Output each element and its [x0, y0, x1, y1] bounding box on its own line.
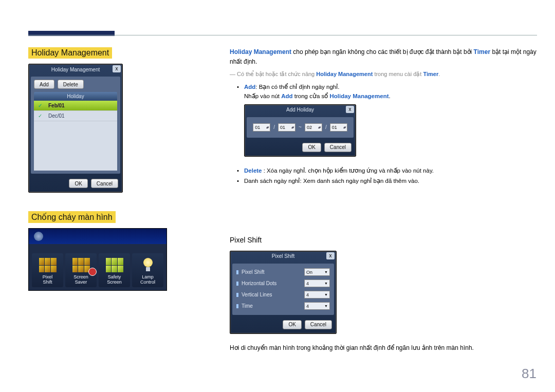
bullet-list-desc: Danh sách ngày nghỉ: Xem danh sách ngày … [244, 176, 537, 185]
dropdown-value: On [306, 269, 312, 276]
term-timer: Timer [474, 48, 490, 55]
left-column: Holiday Management Holiday Management x … [28, 47, 213, 356]
cancel-button[interactable]: Cancel [324, 143, 351, 152]
setting-label: Horizontal Dots [236, 279, 304, 288]
dialog-footer: OK Cancel [29, 176, 122, 192]
dropdown-pixel-shift[interactable]: On▼ [304, 268, 330, 276]
toolbar-icons: Pixel Shift Screen Saver Safety Screen L… [32, 253, 163, 287]
dropdown-value: 4 [306, 280, 309, 287]
bullet-delete: Delete : Xóa ngày nghỉ. chọn hộp kiểm tư… [244, 166, 537, 175]
list-row[interactable]: ✓ Dec/01 [34, 111, 117, 121]
holiday-list: ✓ Feb/01 ✓ Dec/01 [34, 101, 117, 171]
holiday-intro: Holiday Management cho phép bạn ngăn khô… [230, 47, 537, 67]
dropdown-horizontal-dots[interactable]: 4▼ [304, 279, 330, 287]
page-rule [28, 35, 537, 35]
spinner-value: 01 [332, 124, 337, 131]
term-holiday-management: Holiday Management [316, 71, 373, 77]
list-row[interactable]: ✓ Feb/01 [34, 101, 117, 111]
dialog-title: Holiday Management [51, 67, 100, 72]
text: . [389, 93, 391, 99]
menu-label: Safety Screen [100, 275, 129, 285]
dialog-title: Pixel Shift [272, 252, 294, 260]
term-holiday-management: Holiday Management [329, 93, 388, 99]
text: trong menu cài đặt [373, 71, 423, 77]
marker-icon [236, 270, 238, 274]
spinner-value: 01 [280, 124, 285, 131]
subheading-pixel-shift: Pixel Shift [230, 234, 537, 246]
clock-grid-icon [66, 255, 96, 275]
ok-button[interactable]: OK [302, 143, 321, 152]
dialog-footer: OK Cancel [230, 317, 336, 333]
pixel-shift-desc: Hơi di chuyển màn hình trong khoảng thời… [230, 343, 537, 353]
section-heading-burn: Chống cháy màn hình [28, 211, 116, 223]
holiday-date: Dec/01 [46, 113, 117, 119]
text: ― Có thể bật hoặc tắt chức năng [230, 71, 316, 77]
holiday-note: ― Có thể bật hoặc tắt chức năng Holiday … [230, 70, 537, 79]
logo-icon [34, 232, 43, 241]
setting-row-vertical-lines: Vertical Lines 4▼ [235, 289, 331, 301]
ok-button[interactable]: OK [283, 320, 301, 329]
month-end-spinner[interactable]: 02▴▾ [305, 123, 322, 132]
menu-lamp-control[interactable]: Lamp Control [132, 253, 163, 287]
slash: / [273, 123, 275, 132]
list-header: Holiday [34, 92, 117, 101]
text: trong cửa sổ [293, 93, 330, 99]
setting-row-horizontal-dots: Horizontal Dots 4▼ [235, 278, 331, 289]
spinner-arrows-icon: ▴▾ [318, 124, 320, 130]
cancel-button[interactable]: Cancel [305, 320, 332, 329]
bullet-list: Add: Bạn có thể chỉ định ngày nghỉ. Nhấp… [230, 82, 537, 101]
screenshot-add-holiday: Add Holiday x 01▴▾ / 01▴▾ ~ 02▴▾ / 01▴▾ … [244, 104, 356, 157]
cancel-button[interactable]: Cancel [91, 179, 118, 188]
bulb-icon [133, 255, 162, 275]
screenshot-pixel-shift: Pixel Shift x Pixel Shift On▼ Horizontal… [230, 251, 337, 334]
date-range-row: 01▴▾ / 01▴▾ ~ 02▴▾ / 01▴▾ [250, 120, 350, 135]
checkbox-icon[interactable]: ✓ [34, 103, 46, 108]
bullet-add: Add: Bạn có thể chỉ định ngày nghỉ. Nhấp… [244, 82, 537, 101]
grid-icon [33, 255, 62, 275]
spinner-arrows-icon: ▴▾ [266, 124, 268, 130]
chevron-down-icon: ▼ [324, 303, 328, 309]
page-number: 81 [522, 366, 536, 382]
menu-label: Lamp Control [133, 275, 162, 285]
day-start-spinner[interactable]: 01▴▾ [278, 123, 295, 132]
spinner-value: 01 [255, 124, 260, 131]
marker-icon [236, 304, 238, 308]
add-button[interactable]: Add [34, 80, 54, 89]
close-button[interactable]: x [326, 252, 335, 259]
spinner-value: 02 [307, 124, 312, 131]
close-button[interactable]: x [113, 65, 121, 72]
setting-row-pixel-shift: Pixel Shift On▼ [235, 267, 331, 278]
setting-label: Pixel Shift [236, 268, 304, 276]
bullet-list: Delete : Xóa ngày nghỉ. chọn hộp kiểm tư… [230, 166, 537, 186]
chevron-down-icon: ▼ [324, 269, 328, 275]
toolbar-top [29, 229, 166, 244]
close-button[interactable]: x [346, 106, 354, 113]
text: Pixel Shift [242, 268, 264, 276]
menu-safety-screen[interactable]: Safety Screen [99, 253, 130, 287]
menu-screen-saver[interactable]: Screen Saver [65, 253, 97, 287]
grid-icon [100, 255, 129, 275]
chevron-down-icon: ▼ [324, 281, 328, 286]
dialog-body: Add Delete Holiday ✓ Feb/01 ✓ Dec/01 [31, 77, 120, 174]
dropdown-time[interactable]: 4▼ [304, 302, 330, 310]
day-end-spinner[interactable]: 01▴▾ [330, 123, 347, 132]
delete-button[interactable]: Delete [58, 80, 84, 89]
month-start-spinner[interactable]: 01▴▾ [253, 123, 270, 132]
slash: / [325, 123, 327, 132]
marker-icon [236, 282, 238, 286]
dialog-titlebar: Add Holiday x [245, 105, 356, 115]
setting-label: Vertical Lines [236, 291, 304, 299]
term-delete: Delete [244, 167, 262, 174]
term-add: Add [281, 93, 292, 99]
menu-pixel-shift[interactable]: Pixel Shift [32, 253, 63, 287]
checkbox-icon[interactable]: ✓ [34, 113, 46, 119]
text: : Bạn có thể chỉ định ngày nghỉ. [255, 84, 339, 90]
dropdown-vertical-lines[interactable]: 4▼ [304, 291, 330, 298]
marker-icon [236, 293, 238, 297]
term-timer: Timer [423, 71, 438, 77]
ok-button[interactable]: OK [69, 179, 87, 188]
text: Time [242, 302, 253, 310]
toolbar-row: Add Delete [34, 80, 117, 89]
dialog-titlebar: Holiday Management x [29, 64, 122, 74]
tilde: ~ [299, 123, 302, 132]
